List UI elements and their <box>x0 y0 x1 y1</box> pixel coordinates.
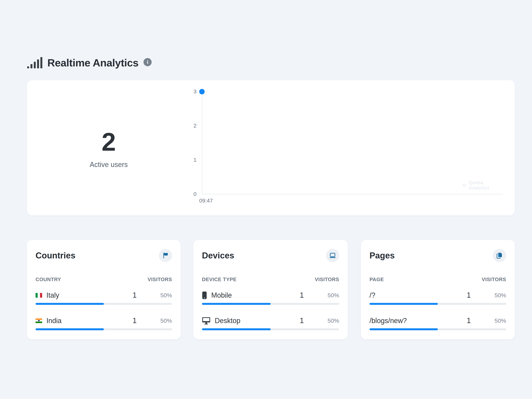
visitors-value: 1 <box>453 291 471 299</box>
india-flag <box>36 318 42 323</box>
visitors-percent: 50% <box>141 292 172 299</box>
page-label: /blogs/new? <box>369 317 449 325</box>
progress-bar-fill <box>369 303 438 305</box>
country-name: India <box>46 317 62 325</box>
chart-data-point <box>199 89 205 94</box>
device-name: Mobile <box>211 291 232 299</box>
devices-card-title: Devices <box>202 251 234 260</box>
flag-icon <box>162 252 169 259</box>
active-users-value: 2 <box>54 129 163 155</box>
info-icon[interactable]: i <box>144 58 152 66</box>
visitors-percent: 50% <box>141 317 172 324</box>
page-label: /? <box>369 291 449 299</box>
laptop-icon <box>329 252 336 259</box>
pages-table-header: PAGE VISITORS <box>369 277 506 283</box>
pages-card-title: Pages <box>369 251 395 260</box>
chart-y-tick-label: 3 <box>193 89 196 95</box>
pages-card-button[interactable] <box>493 249 506 262</box>
table-row: Italy 1 50% <box>36 291 172 299</box>
devices-table-header: DEVICE TYPE VISITORS <box>202 277 339 283</box>
table-row: India 1 50% <box>36 317 172 325</box>
table-row: Desktop 1 50% <box>202 317 339 325</box>
countries-table-header: COUNTRY VISITORS <box>36 277 172 283</box>
watermark-logo-icon <box>462 183 467 188</box>
countries-card-title: Countries <box>36 251 75 260</box>
page-title: Realtime Analytics <box>47 57 139 69</box>
table-row: Mobile 1 50% <box>202 291 339 299</box>
visitors-value: 1 <box>119 291 137 299</box>
progress-bar-fill <box>36 328 104 330</box>
column-country: COUNTRY <box>36 277 148 283</box>
pages-card: Pages PAGE VISITORS /? 1 50% /blogs <box>361 240 515 339</box>
visitors-percent: 50% <box>475 292 506 299</box>
realtime-card: 2 Active users 0123 09:47 Qohba Analytic… <box>27 80 515 215</box>
progress-bar-fill <box>36 303 104 305</box>
visitors-percent: 50% <box>475 317 506 324</box>
active-users-stat: 2 Active users <box>54 129 163 169</box>
watermark-text: Qohba Analytics <box>469 180 503 191</box>
chart-y-tick-label: 0 <box>193 191 196 197</box>
devices-card-button[interactable] <box>326 249 339 262</box>
country-label: India <box>36 317 115 325</box>
device-label: Mobile <box>202 291 282 299</box>
column-page: PAGE <box>369 277 482 283</box>
visitors-value: 1 <box>286 291 304 299</box>
chart-y-tick-label: 1 <box>193 157 196 163</box>
country-label: Italy <box>36 291 115 299</box>
countries-card-button[interactable] <box>159 249 172 262</box>
progress-bar-fill <box>202 303 271 305</box>
column-visitors: VISITORS <box>148 277 172 283</box>
progress-bar-fill <box>369 328 438 330</box>
device-name: Desktop <box>215 317 240 325</box>
visitors-value: 1 <box>453 317 471 325</box>
country-name: Italy <box>46 291 59 299</box>
devices-card: Devices DEVICE TYPE VISITORS <box>193 240 348 339</box>
countries-card: Countries COUNTRY VISITORS Italy 1 <box>27 240 181 339</box>
visitors-value: 1 <box>119 317 137 325</box>
signal-bars-icon <box>27 57 42 68</box>
smartphone-icon <box>202 291 207 299</box>
progress-bar <box>369 303 506 305</box>
chart-x-tick-label: 09:47 <box>199 198 213 204</box>
visitors-value: 1 <box>286 317 304 325</box>
column-device-type: DEVICE TYPE <box>202 277 315 283</box>
copy-pages-icon <box>496 252 503 259</box>
progress-bar-fill <box>202 328 271 330</box>
visitors-percent: 50% <box>308 292 339 299</box>
chart-watermark: Qohba Analytics <box>462 180 503 191</box>
italy-flag <box>36 293 42 298</box>
table-row: /? 1 50% <box>369 291 506 299</box>
column-visitors: VISITORS <box>482 277 506 283</box>
visitors-percent: 50% <box>308 317 339 324</box>
column-visitors: VISITORS <box>315 277 339 283</box>
progress-bar <box>36 328 172 330</box>
active-users-label: Active users <box>54 161 163 169</box>
realtime-analytics-page: Realtime Analytics i 2 Active users 0123… <box>0 0 532 399</box>
device-label: Desktop <box>202 317 282 325</box>
chart-y-tick-label: 2 <box>193 123 196 129</box>
progress-bar <box>202 328 339 330</box>
monitor-icon <box>202 317 210 325</box>
chart-x-axis <box>202 194 503 194</box>
active-users-chart: 0123 09:47 Qohba Analytics <box>202 92 503 194</box>
progress-bar <box>202 303 339 305</box>
progress-bar <box>369 328 506 330</box>
chart-y-axis <box>202 92 202 194</box>
table-row: /blogs/new? 1 50% <box>369 317 506 325</box>
progress-bar <box>36 303 172 305</box>
page-header: Realtime Analytics i <box>27 57 152 69</box>
